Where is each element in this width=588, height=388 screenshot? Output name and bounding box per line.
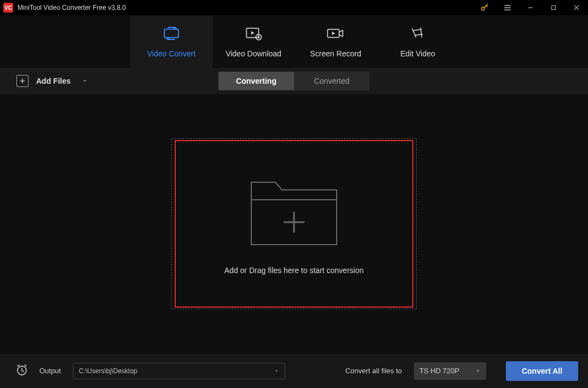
tab-label: Screen Record <box>310 49 361 58</box>
upgrade-key-button[interactable] <box>473 0 496 15</box>
key-icon <box>480 3 489 12</box>
app-title: MiniTool Video Converter Free v3.8.0 <box>18 4 126 11</box>
folder-add-icon <box>245 172 343 251</box>
tab-label: Edit Video <box>400 49 435 58</box>
add-files-label: Add Files <box>36 77 71 85</box>
add-icon: + <box>16 75 28 87</box>
drop-zone-border: Add or Drag files here to start conversi… <box>171 138 417 309</box>
output-label: Output <box>39 367 61 375</box>
drop-zone[interactable]: Add or Drag files here to start conversi… <box>175 140 413 308</box>
convert-all-to-label: Convert all files to <box>345 367 402 375</box>
close-button[interactable] <box>565 0 588 15</box>
toggle-converted[interactable]: Converted <box>294 72 370 90</box>
svg-marker-10 <box>251 31 255 34</box>
status-toggle: Converting Converted <box>218 72 370 90</box>
svg-rect-5 <box>552 6 556 10</box>
output-path-value: C:\Users\bj\Desktop <box>79 367 137 375</box>
convert-all-button[interactable]: Convert All <box>506 361 578 381</box>
preset-value: TS HD 720P <box>419 367 459 375</box>
schedule-button[interactable] <box>15 363 28 378</box>
svg-rect-8 <box>164 29 178 37</box>
download-icon <box>244 26 263 41</box>
minimize-button[interactable] <box>519 0 542 15</box>
tab-video-convert[interactable]: Video Convert <box>130 15 212 68</box>
tab-edit-video[interactable]: Edit Video <box>377 15 459 68</box>
minimize-icon <box>527 4 534 11</box>
main-tabs: Video Convert Video Download <box>0 15 588 68</box>
app-window: VC MiniTool Video Converter Free v3.8.0 <box>0 0 588 388</box>
footer-bar: Output C:\Users\bj\Desktop Convert all f… <box>0 353 588 388</box>
clock-icon <box>15 363 28 377</box>
maximize-button[interactable] <box>542 0 565 15</box>
toolbar: + Add Files Converting Converted <box>0 68 588 94</box>
edit-icon <box>410 26 426 41</box>
tab-screen-record[interactable]: Screen Record <box>295 15 377 68</box>
maximize-icon <box>550 4 557 11</box>
title-bar: VC MiniTool Video Converter Free v3.8.0 <box>0 0 588 15</box>
tab-video-download[interactable]: Video Download <box>212 15 295 68</box>
output-preset-select[interactable]: TS HD 720P <box>414 362 486 380</box>
output-path-select[interactable]: C:\Users\bj\Desktop <box>73 363 285 379</box>
convert-icon <box>162 26 181 41</box>
chevron-down-icon <box>475 368 481 374</box>
close-icon <box>573 4 580 11</box>
record-icon <box>326 26 345 41</box>
drop-hint: Add or Drag files here to start conversi… <box>224 266 364 275</box>
tab-label: Video Convert <box>147 49 195 58</box>
menu-button[interactable] <box>496 0 519 15</box>
svg-marker-13 <box>332 31 335 35</box>
add-files-button[interactable]: + Add Files <box>16 75 88 87</box>
work-area: Add or Drag files here to start conversi… <box>0 94 588 353</box>
app-logo: VC <box>3 3 13 13</box>
tab-label: Video Download <box>226 49 281 58</box>
hamburger-icon <box>503 3 512 12</box>
chevron-down-icon[interactable] <box>82 78 88 84</box>
toggle-converting[interactable]: Converting <box>218 72 294 90</box>
chevron-down-icon <box>274 368 279 374</box>
